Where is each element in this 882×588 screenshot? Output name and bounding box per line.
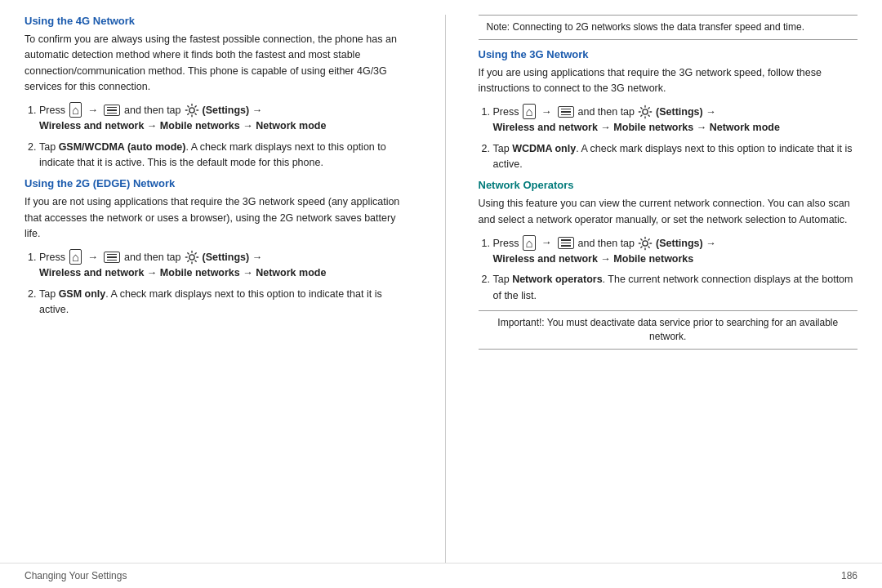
svg-point-0 (189, 108, 194, 113)
left-column: Using the 4G Network To confirm you are … (24, 15, 416, 563)
page: Using the 4G Network To confirm you are … (0, 0, 882, 588)
step-op-2-text: Tap Network operators. The current netwo… (493, 274, 853, 301)
step-3g-1-line: Press ⌂ → and then tap (493, 104, 858, 121)
home-icon-1: ⌂ (69, 102, 82, 118)
right-column: Note: Connecting to 2G networks slows th… (474, 15, 858, 563)
footer: Changing Your Settings 186 (0, 563, 882, 588)
and-then-tap-op: and then tap (578, 235, 635, 252)
press-label-2g: Press (39, 249, 65, 265)
svg-point-3 (643, 240, 648, 245)
section-2g-title: Using the 2G (EDGE) Network (24, 177, 404, 189)
step-4g-1-bold: Wireless and network → Mobile networks →… (39, 118, 404, 134)
step-2g-1-bold-text: Wireless and network → Mobile networks →… (39, 267, 326, 278)
step-3g-2: Tap WCDMA only. A check mark displays ne… (493, 141, 858, 173)
arrow-2ga: → (87, 249, 98, 266)
settings-bold-3g: (Settings) → (656, 104, 716, 120)
section-4g-steps: Press ⌂ → and then tap (24, 102, 404, 172)
step-4g-2-pre: Tap GSM/WCDMA (auto mode). A check mark … (39, 141, 386, 168)
note-text: Note: Connecting to 2G networks slows th… (487, 21, 805, 33)
important-text: Important!: You must deactivate data ser… (497, 317, 838, 342)
section-operators-title: Network Operators (479, 179, 858, 191)
content-area: Using the 4G Network To confirm you are … (0, 0, 882, 563)
menu-line-2gc (107, 260, 117, 261)
arrow-opa: → (541, 234, 552, 252)
menu-line-1c (107, 113, 117, 114)
gear-icon-2g (185, 250, 199, 265)
settings-bold-op: (Settings) → (656, 235, 716, 252)
menu-line-2ga (107, 254, 117, 256)
section-2g-steps: Press ⌂ → and then tap (24, 249, 404, 318)
note-box: Note: Connecting to 2G networks slows th… (479, 15, 858, 40)
and-then-tap-2g: and then tap (124, 249, 181, 265)
menu-icon-op (558, 237, 574, 249)
menu-lines-op (561, 239, 571, 247)
section-4g-body: To confirm you are always using the fast… (24, 32, 404, 96)
gear-icon-op (638, 236, 653, 251)
svg-point-2 (643, 109, 648, 114)
settings-bold-2g: (Settings) → (203, 249, 263, 265)
step-4g-1-line: Press ⌂ → and then tap (39, 102, 404, 119)
step-4g-1: Press ⌂ → and then tap (39, 102, 404, 135)
important-box: Important!: You must deactivate data ser… (479, 310, 858, 350)
step-2g-2: Tap GSM only. A check mark displays next… (39, 287, 404, 318)
step-4g-1-bold-text: Wireless and network → Mobile networks →… (39, 120, 326, 131)
home-icon-3g: ⌂ (523, 104, 535, 119)
menu-line-3gb (561, 111, 571, 113)
column-divider (445, 15, 446, 563)
footer-label: Changing Your Settings (24, 570, 127, 581)
section-3g-steps: Press ⌂ → and then tap (479, 104, 858, 173)
step-4g-2: Tap GSM/WCDMA (auto mode). A check mark … (39, 140, 404, 172)
section-2g-body: If you are not using applications that r… (24, 194, 404, 242)
menu-line-opb (561, 243, 571, 244)
step-2g-2-text: Tap GSM only. A check mark displays next… (39, 288, 382, 315)
gsm-wcdma-bold: GSM/WCDMA (auto mode) (59, 141, 186, 153)
step-3g-1-bold: Wireless and network → Mobile networks →… (493, 120, 858, 136)
gear-icon-1 (185, 103, 199, 118)
arrow-1a: → (87, 102, 98, 119)
footer-page: 186 (841, 570, 858, 581)
menu-line-3ga (561, 109, 571, 110)
wcdma-only-bold: WCDMA only (512, 143, 576, 154)
step-op-1: Press ⌂ → and then tap (493, 234, 858, 267)
gear-icon-3g (638, 105, 653, 119)
menu-line-2gb (107, 256, 117, 258)
network-operators-bold: Network operators (512, 274, 602, 285)
menu-line-opc (561, 245, 571, 247)
step-op-1-bold: Wireless and network → Mobile networks (493, 252, 858, 267)
home-icon-op: ⌂ (523, 235, 535, 251)
menu-icon-2g (104, 252, 120, 264)
settings-bold-1: (Settings) → (203, 102, 263, 118)
section-3g-title: Using the 3G Network (479, 48, 858, 60)
menu-line-1b (107, 109, 117, 111)
home-icon-2g: ⌂ (69, 249, 82, 265)
menu-line-3gc (561, 114, 571, 116)
step-2g-1-line: Press ⌂ → and then tap (39, 249, 404, 266)
step-op-1-line: Press ⌂ → and then tap (493, 234, 858, 252)
step-3g-2-text: Tap WCDMA only. A check mark displays ne… (493, 143, 853, 170)
and-then-tap-1: and then tap (124, 102, 181, 118)
press-label-1: Press (39, 102, 65, 118)
menu-line-1a (107, 107, 117, 109)
step-2g-1: Press ⌂ → and then tap (39, 249, 404, 282)
menu-icon-3g (558, 106, 574, 118)
gsm-only-bold: GSM only (59, 288, 106, 300)
section-4g-title: Using the 4G Network (24, 15, 404, 27)
menu-icon-1 (104, 105, 120, 117)
and-then-tap-3g: and then tap (578, 104, 635, 120)
step-op-1-bold-text: Wireless and network → Mobile networks (493, 253, 694, 265)
section-operators-steps: Press ⌂ → and then tap (479, 234, 858, 304)
menu-lines-3g (561, 109, 571, 116)
step-3g-1-bold-text: Wireless and network → Mobile networks →… (493, 122, 780, 133)
step-2g-1-bold: Wireless and network → Mobile networks →… (39, 265, 404, 281)
arrow-3ga: → (541, 104, 552, 121)
menu-lines-1 (107, 107, 117, 114)
section-3g-body: If you are using applications that requi… (479, 65, 858, 97)
section-operators-body: Using this feature you can view the curr… (479, 196, 858, 228)
step-3g-1: Press ⌂ → and then tap (493, 104, 858, 136)
menu-line-opa (561, 239, 571, 241)
press-label-op: Press (493, 235, 519, 252)
step-op-2: Tap Network operators. The current netwo… (493, 272, 858, 304)
menu-lines-2g (107, 254, 117, 261)
press-label-3g: Press (493, 104, 519, 120)
svg-point-1 (189, 255, 194, 260)
